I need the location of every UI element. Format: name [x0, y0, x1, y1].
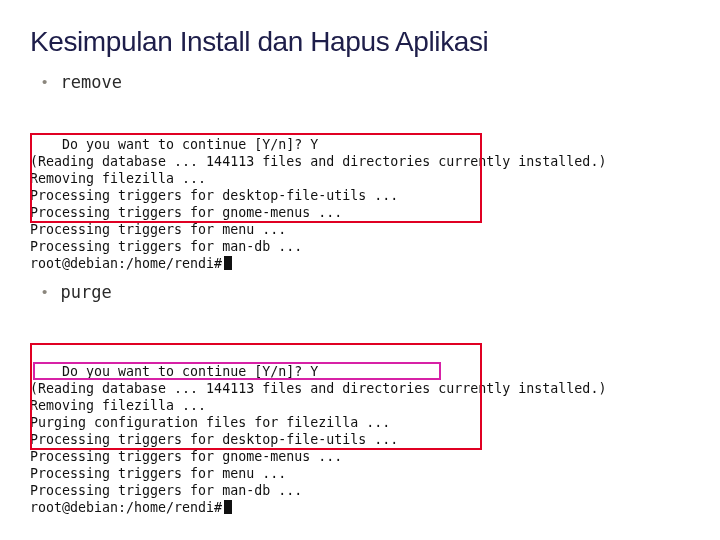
term-prompt: root@debian:/home/rendi#	[30, 256, 222, 271]
term-line: Processing triggers for menu ...	[30, 222, 286, 237]
terminal-remove: Do you want to continue [Y/n]? Y (Readin…	[30, 100, 690, 242]
term-line: Processing triggers for man-db ...	[30, 483, 302, 498]
terminal-purge: Do you want to continue [Y/n]? Y (Readin…	[30, 310, 690, 470]
slide: Kesimpulan Install dan Hapus Aplikasi • …	[0, 0, 720, 540]
term-prompt: root@debian:/home/rendi#	[30, 500, 222, 515]
highlight-box-purge-outer	[30, 343, 482, 450]
bullet-remove: • remove	[42, 72, 690, 92]
page-title: Kesimpulan Install dan Hapus Aplikasi	[30, 26, 690, 58]
highlight-box-remove	[30, 133, 482, 223]
term-line: Processing triggers for menu ...	[30, 466, 286, 481]
bullet-purge: • purge	[42, 282, 690, 302]
cursor-icon	[224, 256, 232, 270]
bullet-remove-label: remove	[60, 72, 121, 92]
bullet-dot-icon: •	[42, 73, 50, 90]
bullet-purge-label: purge	[60, 282, 111, 302]
highlight-box-purge-line	[33, 362, 441, 380]
term-line: Processing triggers for man-db ...	[30, 239, 302, 254]
cursor-icon	[224, 500, 232, 514]
term-line: Processing triggers for gnome-menus ...	[30, 449, 342, 464]
